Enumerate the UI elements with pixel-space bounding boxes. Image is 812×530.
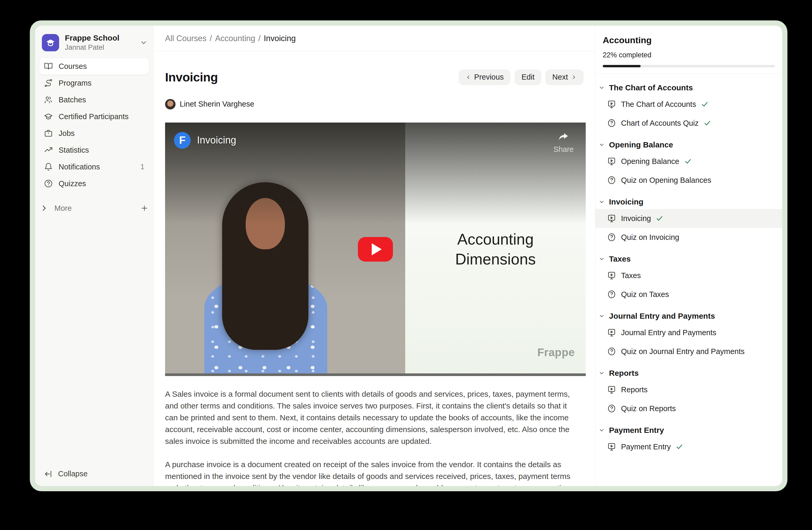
sidebar: Frappe School Jannat Patel CoursesProgra…	[35, 26, 154, 486]
outline-section-the-chart-of-accounts[interactable]: The Chart of Accounts	[595, 81, 782, 95]
paragraph: A Sales invoice is a formal document sen…	[165, 388, 578, 447]
briefcase-icon	[44, 129, 53, 138]
outline-lesson-taxes[interactable]: Taxes	[595, 266, 782, 285]
author-row: Linet Sherin Varghese	[165, 99, 584, 110]
video-progress-bar[interactable]	[165, 373, 586, 376]
lesson-video-icon	[607, 214, 616, 223]
outline-quiz-quiz-on-journal-entry-and-payments[interactable]: Quiz on Journal Entry and Payments	[595, 342, 782, 361]
outline-quiz-chart-of-accounts-quiz[interactable]: Chart of Accounts Quiz	[595, 114, 782, 132]
sidebar-item-jobs[interactable]: Jobs	[39, 125, 149, 142]
add-icon[interactable]	[140, 204, 149, 212]
edit-button[interactable]: Edit	[514, 69, 541, 85]
notification-count-badge: 1	[141, 163, 144, 171]
workspace-switcher[interactable]: Frappe School Jannat Patel	[35, 26, 153, 58]
course-outline-list: The Chart of AccountsThe Chart of Accoun…	[595, 74, 782, 486]
share-button[interactable]: Share	[553, 131, 574, 154]
outline-section-payment-entry[interactable]: Payment Entry	[595, 423, 782, 437]
check-icon	[684, 157, 692, 165]
workspace-title: Frappe School	[65, 33, 119, 42]
chevron-down-icon	[598, 256, 605, 262]
outline-section: Journal Entry and PaymentsJournal Entry …	[595, 309, 782, 361]
breadcrumb-current: Invoicing	[264, 34, 295, 43]
help-circle-icon	[44, 179, 53, 188]
previous-button[interactable]: Previous	[459, 69, 511, 85]
sidebar-item-quizzes[interactable]: Quizzes	[39, 175, 149, 192]
outline-item-label: Quiz on Opening Balances	[621, 176, 711, 185]
lesson-video-icon	[607, 99, 616, 109]
progress-text: 22% completed	[603, 51, 775, 59]
sidebar-item-programs[interactable]: Programs	[39, 75, 149, 92]
outline-section-invoicing[interactable]: Invoicing	[595, 195, 782, 209]
paragraph: A purchase invoice is a document created…	[165, 459, 578, 486]
course-title: Accounting	[603, 35, 775, 45]
outline-lesson-invoicing[interactable]: Invoicing	[595, 209, 782, 228]
outline-section: TaxesTaxesQuiz on Taxes	[595, 252, 782, 304]
progress-bar-fill	[603, 65, 641, 67]
sidebar-item-statistics[interactable]: Statistics	[39, 142, 149, 158]
outline-section: The Chart of AccountsThe Chart of Accoun…	[595, 81, 782, 132]
video-title-overlay[interactable]: F Invoicing	[174, 132, 236, 149]
graduation-cap-icon	[44, 112, 53, 121]
outline-quiz-quiz-on-reports[interactable]: Quiz on Reports	[595, 399, 782, 418]
lesson-video-icon	[607, 442, 616, 451]
breadcrumb-all-courses[interactable]: All Courses	[165, 34, 207, 43]
collapse-sidebar-button[interactable]: Collapse	[35, 462, 153, 486]
more-label: More	[54, 204, 72, 213]
outline-section-title: Payment Entry	[609, 426, 664, 435]
outline-quiz-quiz-on-invoicing[interactable]: Quiz on Invoicing	[595, 228, 782, 247]
breadcrumb-accounting[interactable]: Accounting	[215, 34, 255, 43]
users-icon	[44, 95, 53, 104]
outline-lesson-payment-entry[interactable]: Payment Entry	[595, 437, 782, 456]
outline-lesson-opening-balance[interactable]: Opening Balance	[595, 152, 782, 171]
lesson-video-icon	[607, 385, 616, 394]
frappe-watermark: Frappe	[537, 346, 575, 359]
outline-section-title: Invoicing	[609, 197, 643, 206]
outline-quiz-quiz-on-taxes[interactable]: Quiz on Taxes	[595, 285, 782, 304]
progress-bar	[603, 65, 775, 67]
outline-section-title: Opening Balance	[609, 140, 673, 149]
outline-item-label: Quiz on Taxes	[621, 290, 669, 299]
outline-section-taxes[interactable]: Taxes	[595, 252, 782, 266]
breadcrumb-separator: /	[259, 34, 261, 43]
outline-lesson-journal-entry-and-payments[interactable]: Journal Entry and Payments	[595, 323, 782, 342]
quiz-icon	[607, 290, 616, 299]
programs-icon	[44, 79, 53, 87]
sidebar-item-label: Courses	[59, 62, 87, 71]
lesson-content: Invoicing Previous Edit Next	[154, 51, 595, 486]
sidebar-item-courses[interactable]: Courses	[39, 58, 149, 75]
lesson-video-icon	[607, 328, 616, 337]
collapse-label: Collapse	[58, 470, 88, 478]
breadcrumb: All Courses / Accounting / Invoicing	[154, 26, 595, 51]
chevron-right-icon	[571, 74, 577, 80]
outline-lesson-the-chart-of-accounts[interactable]: The Chart of Accounts	[595, 95, 782, 114]
channel-avatar[interactable]: F	[174, 132, 191, 149]
video-player[interactable]: Accounting Dimensions Frappe F Invoicing…	[165, 123, 586, 376]
play-button[interactable]	[358, 237, 393, 262]
outline-section-title: Journal Entry and Payments	[609, 311, 715, 321]
next-button[interactable]: Next	[546, 69, 584, 85]
chevron-down-icon	[598, 427, 605, 433]
outline-section-opening-balance[interactable]: Opening Balance	[595, 138, 782, 152]
outline-item-label: Payment Entry	[621, 443, 671, 451]
outline-quiz-quiz-on-opening-balances[interactable]: Quiz on Opening Balances	[595, 171, 782, 190]
sidebar-item-batches[interactable]: Batches	[39, 92, 149, 108]
sidebar-item-label: Certified Participants	[59, 112, 129, 121]
outline-section: InvoicingInvoicingQuiz on Invoicing	[595, 195, 782, 247]
chevron-down-icon	[598, 313, 605, 319]
video-title[interactable]: Invoicing	[197, 135, 236, 146]
check-icon	[701, 100, 709, 108]
lesson-video-icon	[607, 271, 616, 280]
sidebar-item-more[interactable]: More	[35, 200, 153, 217]
course-outline-header: Accounting 22% completed	[595, 26, 782, 74]
outline-section-reports[interactable]: Reports	[595, 366, 782, 380]
sidebar-item-label: Statistics	[59, 146, 89, 154]
quiz-icon	[607, 118, 616, 128]
sidebar-nav: CoursesProgramsBatchesCertified Particip…	[35, 58, 153, 192]
outline-item-label: Invoicing	[621, 214, 651, 223]
quiz-icon	[607, 404, 616, 413]
outline-lesson-reports[interactable]: Reports	[595, 380, 782, 399]
sidebar-item-certified-participants[interactable]: Certified Participants	[39, 108, 149, 125]
sidebar-item-notifications[interactable]: Notifications1	[39, 158, 149, 175]
outline-section-journal-entry-and-payments[interactable]: Journal Entry and Payments	[595, 309, 782, 323]
author-name: Linet Sherin Varghese	[180, 100, 254, 108]
